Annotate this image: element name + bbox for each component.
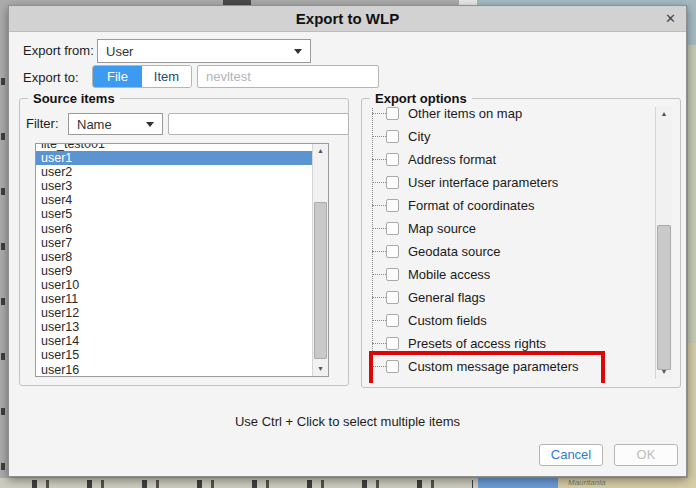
export-to-item-button[interactable]: Item <box>142 66 191 87</box>
checkbox-unchecked-icon[interactable] <box>386 291 399 304</box>
export-option-row[interactable]: User interface parameters <box>372 171 646 194</box>
scroll-down-icon[interactable]: ▼ <box>656 365 672 379</box>
source-items-group: Source items Filter: Name lite_test001us… <box>19 98 349 386</box>
list-item[interactable]: lite_test001 <box>36 143 312 151</box>
export-to-label: Export to: <box>23 70 79 85</box>
export-option-row[interactable]: Format of coordinates <box>372 194 646 217</box>
export-to-file-button[interactable]: File <box>93 66 142 87</box>
option-label: City <box>408 129 430 144</box>
cancel-button[interactable]: Cancel <box>539 444 603 466</box>
tree-connector <box>372 159 386 160</box>
option-label: Custom fields <box>408 313 487 328</box>
list-item[interactable]: user9 <box>36 264 312 278</box>
filter-text-input[interactable] <box>168 113 349 135</box>
filter-label: Filter: <box>26 116 59 131</box>
scrollbar-thumb[interactable] <box>314 202 327 359</box>
tree-connector <box>372 320 386 321</box>
option-label: Presets of access rights <box>408 336 546 351</box>
export-option-row[interactable]: Presets of access rights <box>372 332 646 355</box>
checkbox-unchecked-icon[interactable] <box>386 130 399 143</box>
list-item[interactable]: user6 <box>36 222 312 236</box>
options-scrollbar[interactable]: ▲ ▼ <box>655 107 672 379</box>
option-label: Custom message parameters <box>408 359 579 374</box>
tree-connector <box>372 205 386 206</box>
export-option-row[interactable]: Other items on map <box>372 107 646 125</box>
export-option-row[interactable]: Custom fields <box>372 309 646 332</box>
option-label: Address format <box>408 152 496 167</box>
scrollbar-thumb[interactable] <box>657 225 671 370</box>
ok-button[interactable]: OK <box>614 444 678 466</box>
list-item[interactable]: user2 <box>36 165 312 179</box>
tree-connector <box>372 343 386 344</box>
tree-connector <box>372 113 386 114</box>
tree-connector <box>372 182 386 183</box>
filter-type-value: Name <box>77 117 112 132</box>
background-toolbar-icons <box>8 480 473 488</box>
list-item[interactable]: user13 <box>36 320 312 334</box>
export-option-row[interactable]: Mobile access <box>372 263 646 286</box>
export-option-row[interactable]: Geodata source <box>372 240 646 263</box>
tree-connector <box>372 228 386 229</box>
background-tick-marks <box>1 30 5 480</box>
checkbox-unchecked-icon[interactable] <box>386 360 399 373</box>
source-items-legend: Source items <box>28 91 120 106</box>
scroll-up-icon[interactable]: ▲ <box>656 107 672 121</box>
filter-type-select[interactable]: Name <box>68 113 163 135</box>
export-options-list: Other items on mapCityAddress formatUser… <box>368 107 646 378</box>
checkbox-unchecked-icon[interactable] <box>386 314 399 327</box>
chevron-down-icon <box>146 122 154 127</box>
export-option-row[interactable]: Custom message parameters <box>372 355 646 378</box>
multi-select-hint: Use Ctrl + Click to select multiple item… <box>9 414 686 429</box>
option-label: Geodata source <box>408 244 501 259</box>
export-from-select[interactable]: User <box>97 39 311 63</box>
checkbox-unchecked-icon[interactable] <box>386 268 399 281</box>
source-list-scrollbar[interactable]: ▲ ▼ <box>312 144 328 376</box>
tree-connector <box>372 251 386 252</box>
list-item[interactable]: user16 <box>36 363 312 377</box>
list-item[interactable]: user4 <box>36 193 312 207</box>
scroll-up-icon[interactable]: ▲ <box>313 144 328 158</box>
export-options-group: Export options Other items on mapCityAdd… <box>361 98 681 388</box>
export-name-input[interactable] <box>197 65 379 88</box>
close-icon[interactable]: ✕ <box>665 6 676 32</box>
export-option-row[interactable]: General flags <box>372 286 646 309</box>
checkbox-unchecked-icon[interactable] <box>386 176 399 189</box>
tree-connector <box>372 366 386 367</box>
option-label: Mobile access <box>408 267 490 282</box>
list-item[interactable]: user7 <box>36 236 312 250</box>
checkbox-unchecked-icon[interactable] <box>386 222 399 235</box>
export-option-row[interactable]: City <box>372 125 646 148</box>
export-from-value: User <box>106 44 133 59</box>
export-options-viewport: Other items on mapCityAddress formatUser… <box>368 107 646 383</box>
checkbox-unchecked-icon[interactable] <box>386 153 399 166</box>
export-option-row[interactable]: Map source <box>372 217 646 240</box>
list-item[interactable]: user11 <box>36 292 312 306</box>
checkbox-unchecked-icon[interactable] <box>386 337 399 350</box>
scroll-down-icon[interactable]: ▼ <box>313 362 328 376</box>
background-page-left-strip <box>0 0 8 488</box>
list-item[interactable]: user3 <box>36 179 312 193</box>
map-country-label: Mauritania <box>568 478 605 487</box>
checkbox-unchecked-icon[interactable] <box>386 107 399 120</box>
tree-connector <box>372 274 386 275</box>
dialog-title: Export to WLP <box>9 6 686 32</box>
export-to-wlp-dialog: Export to WLP ✕ Export from: User Export… <box>8 5 687 477</box>
export-to-toggle: File Item <box>92 65 192 88</box>
option-label: General flags <box>408 290 485 305</box>
list-item[interactable]: user15 <box>36 348 312 362</box>
list-item[interactable]: user5 <box>36 207 312 221</box>
list-item[interactable]: user1 <box>36 151 312 165</box>
background-bottom-strip: Mauritania <box>0 478 696 488</box>
list-item[interactable]: user8 <box>36 250 312 264</box>
source-items-list: lite_test001user1user2user3user4user5use… <box>36 143 328 377</box>
map-land-area: Mauritania <box>558 478 696 488</box>
export-option-row[interactable]: Address format <box>372 148 646 171</box>
list-item[interactable]: user12 <box>36 306 312 320</box>
list-item[interactable]: user10 <box>36 278 312 292</box>
checkbox-unchecked-icon[interactable] <box>386 245 399 258</box>
list-item[interactable]: user14 <box>36 334 312 348</box>
tree-connector <box>372 297 386 298</box>
option-label: User interface parameters <box>408 175 558 190</box>
background-map-right-strip <box>688 5 696 488</box>
checkbox-unchecked-icon[interactable] <box>386 199 399 212</box>
